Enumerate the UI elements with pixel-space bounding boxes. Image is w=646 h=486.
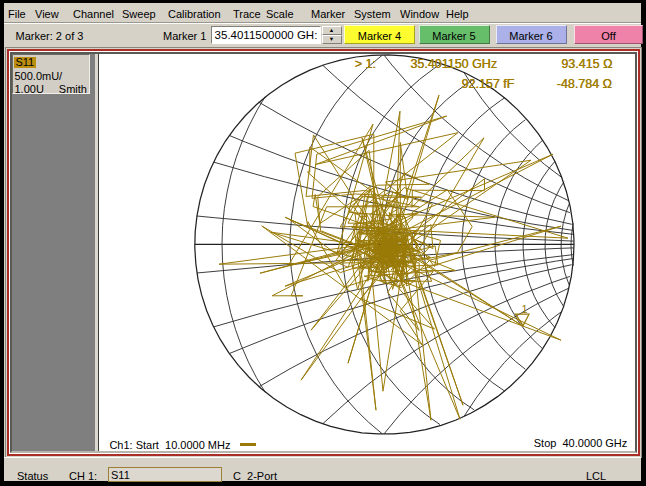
svg-text:1: 1 — [521, 303, 527, 315]
